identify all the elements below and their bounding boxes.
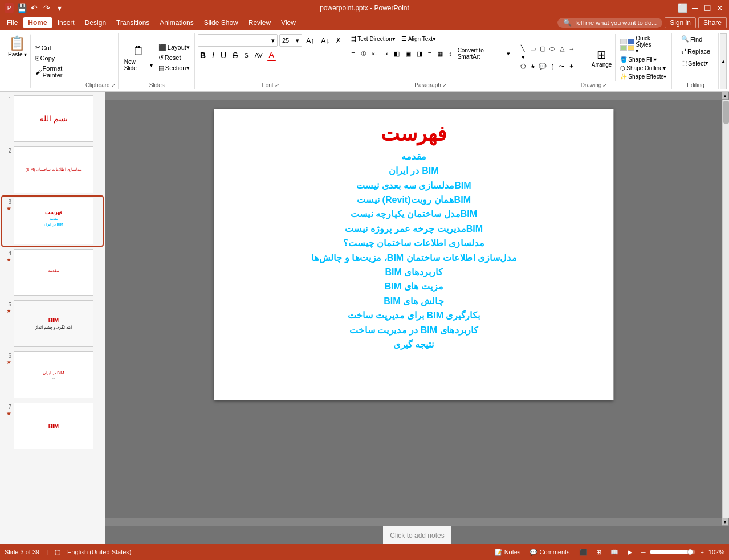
text-direction-dropdown[interactable]: ▾	[392, 35, 396, 43]
shape-rounded-rect[interactable]: ▢	[538, 45, 547, 53]
text-shadow-button[interactable]: S	[242, 51, 250, 60]
select-dropdown[interactable]: ▾	[705, 59, 708, 67]
arrange-button[interactable]: ⊞ Arrange	[589, 47, 614, 69]
slide-thumbnail-2[interactable]: 2 مدلسازی اطلاعات ساختمان (BIM)	[2, 145, 103, 194]
align-dropdown[interactable]: ▾	[433, 35, 436, 43]
quick-access-more[interactable]: ▾	[55, 3, 64, 13]
paste-label[interactable]: Paste ▾	[8, 51, 27, 58]
ribbon-scroll-arrow[interactable]: ▲	[720, 33, 727, 89]
menu-file[interactable]: File	[2, 17, 22, 28]
quick-access-save[interactable]: 💾	[17, 3, 26, 13]
notes-btn[interactable]: 📝 Notes	[492, 547, 523, 557]
smartart-button[interactable]: Convert to SmartArt ▾	[455, 46, 512, 61]
shape-bracket[interactable]: {	[548, 63, 557, 71]
find-button[interactable]: 🔍 Find	[679, 34, 704, 44]
ribbon-options-btn[interactable]: ⬜	[678, 3, 687, 13]
shape-more[interactable]: ▾	[519, 54, 528, 62]
decrease-indent-button[interactable]: ⇤	[370, 49, 380, 59]
font-color-button[interactable]: A	[267, 49, 276, 61]
align-center-button[interactable]: ▣	[403, 49, 413, 59]
clear-format-button[interactable]: ✗	[333, 36, 343, 46]
v-scroll-thumb[interactable]	[723, 101, 729, 124]
reading-view-btn[interactable]: 📖	[608, 547, 621, 557]
share-btn[interactable]: Share	[698, 17, 727, 28]
bullets-button[interactable]: ≡	[349, 49, 357, 58]
scroll-up-btn[interactable]: ▲	[722, 92, 728, 100]
shape-callout[interactable]: 💬	[538, 63, 547, 71]
quick-styles-dropdown[interactable]: ▾	[636, 48, 638, 54]
replace-button[interactable]: ⇄ Replace	[679, 46, 712, 56]
presenter-view-btn[interactable]: ▶	[625, 547, 634, 557]
zoom-out-btn[interactable]: ─	[639, 547, 648, 557]
vertical-scrollbar[interactable]	[722, 100, 729, 518]
italic-button[interactable]: I	[210, 50, 217, 61]
quick-styles-button[interactable]: Quick Styles ▾	[618, 34, 669, 55]
align-right-button[interactable]: ◨	[414, 49, 425, 59]
menu-animations[interactable]: Animations	[155, 17, 198, 28]
new-slide-dropdown[interactable]: ▾	[150, 62, 153, 68]
quick-access-undo[interactable]: ↶	[30, 3, 39, 13]
zoom-in-btn[interactable]: +	[698, 547, 706, 557]
menu-transitions[interactable]: Transitions	[112, 17, 154, 28]
increase-indent-button[interactable]: ⇥	[381, 49, 390, 59]
shape-custom[interactable]: ✦	[567, 63, 576, 71]
increase-font-button[interactable]: A↑	[304, 35, 317, 46]
search-box[interactable]: 🔍 Tell me what you want to do...	[557, 18, 662, 28]
slide-thumbnail-4[interactable]: 4 ★ مقدمه...	[2, 248, 103, 297]
shape-outline-dropdown[interactable]: ▾	[663, 65, 666, 71]
menu-home[interactable]: Home	[23, 17, 51, 28]
align-text-button[interactable]: ☰ Align Text ▾	[399, 34, 438, 44]
shape-effects-button[interactable]: ✨ Shape Effects ▾	[618, 72, 669, 81]
slide-thumbnail-1[interactable]: 1 بسم الله	[2, 94, 103, 143]
shape-pentagon[interactable]: ⬠	[519, 63, 528, 71]
zoom-slider[interactable]	[650, 550, 695, 554]
decrease-font-button[interactable]: A↓	[319, 35, 332, 46]
shape-oval[interactable]: ⬭	[548, 45, 557, 53]
reset-button[interactable]: ↺ Reset	[156, 53, 192, 63]
char-spacing-button[interactable]: AV	[252, 51, 265, 60]
smartart-dropdown[interactable]: ▾	[507, 50, 510, 58]
font-size-selector[interactable]: 25 ▾	[279, 34, 302, 47]
maximize-btn[interactable]: ☐	[703, 3, 712, 13]
comments-btn[interactable]: 💬 Comments	[527, 547, 572, 557]
copy-button[interactable]: ⎘ Copy	[33, 54, 58, 63]
font-expand-icon[interactable]: ⤢	[275, 82, 279, 88]
numbering-button[interactable]: ①	[359, 49, 369, 59]
slide-sorter-btn[interactable]: ⊞	[594, 547, 604, 557]
slide-thumbnail-3[interactable]: 3 ★ فهرستمقدمهBIM در ایران...	[2, 197, 103, 246]
notes-bar[interactable]: Click to add notes	[383, 526, 451, 544]
slide-canvas[interactable]: فهرست مقدمه BIM در ایران BIMمدلسازی سه ب…	[214, 109, 614, 400]
normal-view-btn[interactable]: ⬛	[577, 547, 589, 557]
section-dropdown[interactable]: ▾	[186, 64, 190, 72]
menu-review[interactable]: Review	[244, 17, 275, 28]
line-spacing-button[interactable]: ↕	[446, 49, 454, 58]
shape-rect[interactable]: ▭	[528, 45, 537, 53]
shape-line[interactable]: ╲	[519, 45, 528, 53]
clipboard-expand-icon[interactable]: ⤢	[111, 82, 116, 88]
shape-wave[interactable]: 〜	[557, 63, 567, 71]
shape-arrow[interactable]: →	[567, 45, 576, 53]
menu-design[interactable]: Design	[80, 17, 111, 28]
slide-thumbnail-5[interactable]: 5 ★ BIMآینه نگری و چشم انداز	[2, 299, 103, 348]
shape-triangle[interactable]: △	[557, 45, 567, 53]
cut-button[interactable]: ✂ Cut	[33, 43, 54, 52]
underline-button[interactable]: U	[218, 50, 229, 61]
scroll-down-btn[interactable]: ▼	[722, 518, 728, 526]
shape-effects-dropdown[interactable]: ▾	[663, 73, 666, 80]
select-button[interactable]: ⬚ Select ▾	[679, 58, 711, 68]
paste-dropdown[interactable]: ▾	[24, 51, 27, 58]
menu-slideshow[interactable]: Slide Show	[199, 17, 243, 28]
layout-button[interactable]: ⬛ Layout ▾	[156, 43, 192, 52]
menu-insert[interactable]: Insert	[53, 17, 79, 28]
slide-thumbnail-7[interactable]: 7 ★ BIM	[2, 402, 103, 451]
strikethrough-button[interactable]: S	[230, 50, 240, 61]
section-button[interactable]: ▤ Section ▾	[156, 63, 192, 73]
drawing-expand-icon[interactable]: ⤢	[602, 82, 607, 88]
columns-button[interactable]: ▦	[435, 49, 445, 59]
paragraph-expand-icon[interactable]: ⤢	[442, 82, 447, 88]
layout-dropdown[interactable]: ▾	[186, 44, 190, 51]
bold-button[interactable]: B	[198, 50, 208, 61]
shape-outline-button[interactable]: ⬡ Shape Outline ▾	[618, 64, 669, 72]
new-slide-button[interactable]: 🗒 New Slide ▾	[122, 43, 155, 72]
shape-fill-button[interactable]: 🪣 Shape Fill ▾	[618, 55, 669, 64]
